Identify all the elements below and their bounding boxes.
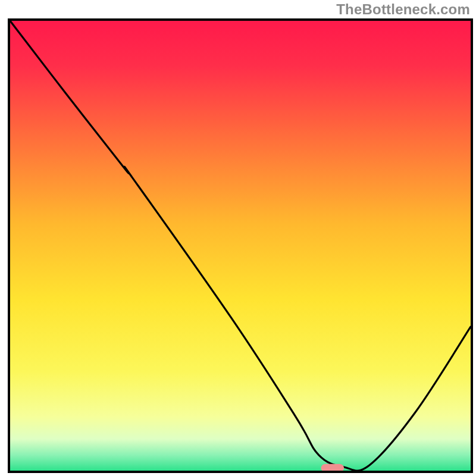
chart-svg: [10, 21, 471, 471]
chart-frame: [8, 18, 473, 473]
optimal-marker: [321, 464, 344, 471]
watermark-text: TheBottleneck.com: [336, 1, 470, 18]
chart-background: [10, 21, 471, 471]
